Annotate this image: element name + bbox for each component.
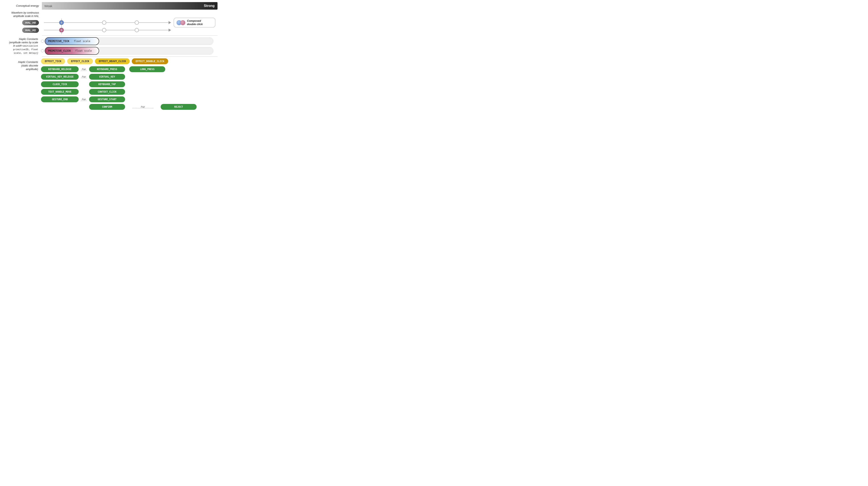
- hal-h1-circle2: [135, 28, 139, 32]
- primitive-section: Haptic Constants(amplitude varies by sca…: [0, 37, 218, 55]
- effects-row: EFFECT_TICK EFFECT_CLICK EFFECT_HEAVY_CL…: [41, 58, 215, 64]
- hal-h0-label: HAL_H0: [22, 20, 39, 25]
- pair-label-0: Pair: [79, 68, 89, 71]
- primitive-click-pill: PRIMITIVE_CLICK float scale: [45, 47, 99, 55]
- hal-h0-tick: [61, 19, 62, 27]
- legend-circle-h1: [180, 20, 185, 25]
- waveform-label: Waveform by continuous amplitude scale i…: [0, 11, 42, 18]
- legend-circles: [177, 20, 185, 25]
- green-row-4: GESTURE_END Pair GESTURE_START: [41, 96, 215, 102]
- pair-label-1: Pair: [79, 75, 89, 78]
- hal-h0-circle1: [102, 21, 106, 25]
- hal-h1-row: HAL_H1 S: [0, 27, 218, 33]
- effect-heavy-click-pill: EFFECT_HEAVY_CLICK: [95, 58, 130, 64]
- primitive-click-row: PRIMITIVE_CLICK float scale: [41, 47, 213, 55]
- green-row-5: CONFIRM Pair REJECT: [41, 104, 215, 110]
- reject-pill: REJECT: [161, 104, 196, 110]
- hal-h1-label: HAL_H1: [22, 28, 39, 33]
- divider-top: [42, 35, 218, 36]
- hal-h0-track: S: [44, 20, 169, 26]
- green-pills-section: KEYBOARD_RELEASE Pair KEYBOARD_PRESS LON…: [41, 66, 215, 110]
- discrete-grid: EFFECT_TICK EFFECT_CLICK EFFECT_HEAVY_CL…: [41, 58, 218, 110]
- green-row-0: KEYBOARD_RELEASE Pair KEYBOARD_PRESS LON…: [41, 66, 215, 72]
- discrete-section-label: Haptic Constants(static discreteamplitud…: [0, 58, 41, 110]
- green-row-1: VIRTUAL_KEY_RELEASE Pair VIRTUAL_KEY: [41, 74, 215, 80]
- context-click-pill: CONTEXT_CLICK: [89, 89, 125, 95]
- discrete-section: Haptic Constants(static discreteamplitud…: [0, 58, 218, 110]
- energy-row: Conceptual energy Weak Strong: [0, 2, 218, 10]
- primitive-tick-scale: float scale: [72, 40, 93, 43]
- hal-h0-row: HAL_H0 S: [0, 20, 218, 26]
- primitive-tick-left-circle: [41, 40, 44, 43]
- hal-h1-track: S: [44, 27, 169, 33]
- hal-h1-tick: [61, 26, 62, 34]
- effect-double-click-pill: EFFECT_DOUBLE_CLICK: [132, 58, 168, 64]
- green-row-2: CLOCK_TICK KEYBOARD_TAP: [41, 82, 215, 87]
- legend-text: Composed double click: [187, 20, 203, 26]
- primitive-click-left-circle: [41, 50, 44, 52]
- effect-click-pill: EFFECT_CLICK: [67, 58, 93, 64]
- primitive-tick-name: PRIMITIVE_TICK: [45, 40, 72, 43]
- primitive-tick-pill: PRIMITIVE_TICK float scale: [45, 37, 99, 45]
- virtual-key-pill: VIRTUAL_KEY: [89, 74, 125, 80]
- pair-label-4: Pair: [79, 98, 89, 101]
- gesture-end-pill: GESTURE_END: [41, 96, 79, 102]
- hal-h1-arrow: [168, 29, 171, 32]
- energy-bar: Weak Strong: [42, 2, 218, 10]
- confirm-pill: CONFIRM: [89, 104, 125, 110]
- hal-h1-circle1: [102, 28, 106, 32]
- green-row-3: TEXT_HANDLE_MOVE CONTEXT_CLICK: [41, 89, 215, 95]
- pair-label-5: Pair: [125, 106, 161, 108]
- text-handle-move-pill: TEXT_HANDLE_MOVE: [41, 89, 79, 95]
- virtual-key-release-pill: VIRTUAL_KEY_RELEASE: [41, 74, 79, 80]
- keyboard-release-pill: KEYBOARD_RELEASE: [41, 66, 79, 72]
- weak-label: Weak: [44, 4, 52, 8]
- primitive-click-name: PRIMITIVE_CLICK: [45, 50, 73, 52]
- clock-tick-pill: CLOCK_TICK: [41, 82, 79, 87]
- primitive-section-label: Haptic Constants(amplitude varies by sca…: [0, 37, 41, 55]
- strong-label: Strong: [204, 4, 215, 8]
- composed-legend: Composed double click: [174, 18, 215, 28]
- long-press-pill: LONG_PRESS: [129, 66, 165, 72]
- primitive-click-scale: float scale: [73, 50, 95, 52]
- hal-h0-circle2: [135, 21, 139, 25]
- primitive-rows: PRIMITIVE_TICK float scale PRIMITIVE_CLI…: [41, 37, 218, 55]
- hal-h0-arrow: [168, 21, 171, 24]
- gesture-start-pill: GESTURE_START: [89, 96, 125, 102]
- waveform-label-row: Waveform by continuous amplitude scale i…: [0, 11, 218, 18]
- primitive-tick-row: PRIMITIVE_TICK float scale: [41, 37, 213, 45]
- keyboard-press-pill: KEYBOARD_PRESS: [89, 66, 125, 72]
- energy-label: Conceptual energy: [0, 4, 42, 8]
- effect-tick-pill: EFFECT_TICK: [41, 58, 65, 64]
- page: Conceptual energy Weak Strong Waveform b…: [0, 0, 218, 112]
- keyboard-tap-pill: KEYBOARD_TAP: [89, 82, 125, 87]
